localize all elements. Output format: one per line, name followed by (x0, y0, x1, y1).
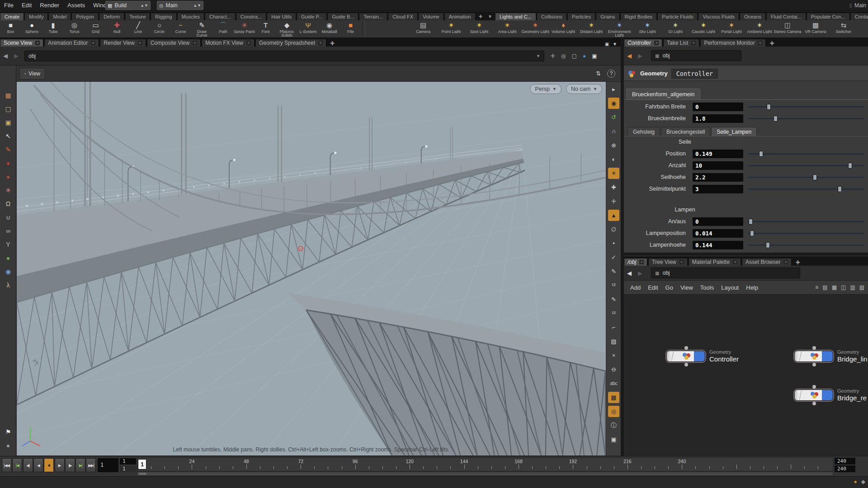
shelf-tool-ambient-light[interactable]: ✶Ambient Light (745, 20, 774, 38)
visibility-icon[interactable]: ◉ (608, 98, 619, 109)
shelf-tool-sky-light[interactable]: ✶Sky Light (633, 20, 661, 38)
shelf-tab-hair-utils[interactable]: Hair Utils (267, 13, 296, 20)
shelf-tool-torus[interactable]: ◎Torus (64, 20, 85, 38)
panel-icon[interactable]: ▣ (592, 53, 597, 59)
shelf-tool-volume-light[interactable]: ♦Volume Light (549, 20, 577, 38)
headlight-icon[interactable]: ☀ (608, 168, 619, 179)
menu-assets[interactable]: Assets (63, 0, 89, 11)
shelf-tool-geometry-light[interactable]: ✶Geometry Light (521, 20, 549, 38)
scene-path-field[interactable]: obj ▼ (24, 51, 544, 61)
chevron-down-icon[interactable]: ▼ (536, 54, 540, 58)
close-icon[interactable]: × (193, 41, 197, 45)
shelf-tab-grains[interactable]: Grains (596, 13, 619, 20)
jump-start-button[interactable]: |◀◀ (2, 458, 12, 472)
detail-icon[interactable]: ▧ (859, 284, 864, 291)
network-menu-edit[interactable]: Edit (644, 284, 661, 291)
chevron-down-icon[interactable]: ▼ (613, 42, 617, 47)
node-name-field[interactable]: Controller (671, 69, 718, 79)
pane-tab-tree-view[interactable]: Tree View× (648, 258, 687, 266)
back-arrow-icon[interactable]: ◀ (624, 270, 635, 277)
flag-icon[interactable]: ⚑ (3, 427, 13, 437)
shelf-tab-particles[interactable]: Particles (567, 13, 595, 20)
sphere-blue-icon[interactable]: ● (583, 53, 586, 59)
timeline-ruler[interactable]: 1 24487296120144168192216240 (137, 457, 833, 471)
ocean-tool-icon[interactable]: ◉ (3, 267, 13, 277)
profile-icon[interactable]: ⌐ (608, 322, 619, 333)
select-tool-icon[interactable]: ▦ (3, 90, 13, 100)
snapshot-icon[interactable]: ▩ (608, 392, 619, 403)
lock-icon[interactable]: ∩ (608, 126, 619, 137)
lightbulb-off-icon[interactable]: ⊗ (608, 140, 619, 151)
shelf-tab-guide-b[interactable]: Guide B... (327, 13, 359, 20)
shelf-tool-l-system[interactable]: ΨL-System (297, 20, 319, 38)
menu-render[interactable]: Render (36, 0, 63, 11)
range-end-top-field[interactable]: 240 (835, 458, 855, 465)
shelf-tool-area-light[interactable]: ✶Area Light (493, 20, 521, 38)
close-icon[interactable]: × (246, 41, 251, 45)
shelf-tab-charact[interactable]: Charact... (205, 13, 236, 20)
target-icon[interactable]: ◎ (561, 53, 566, 59)
pane-tab-performance-monitor[interactable]: Performance Monitor× (700, 39, 766, 47)
pane-tab-asset-browser[interactable]: Asset Browser× (742, 258, 792, 266)
param-slider[interactable] (748, 173, 864, 182)
shelf-tool-metaball[interactable]: ◉Metaball (319, 20, 340, 38)
shelf-tool-environment-light[interactable]: ✶Environment Light (605, 20, 633, 38)
brush-icon[interactable]: ✎ (608, 294, 619, 305)
param-slider[interactable] (748, 217, 864, 226)
param-slider[interactable] (748, 103, 864, 111)
timeline-scrollbar[interactable]: ··· (137, 472, 833, 476)
frame-aux-top-field[interactable]: 1 (120, 458, 136, 465)
desktop-spinner-icon[interactable]: ▲▼ (137, 3, 148, 8)
menu-file[interactable]: File (0, 0, 18, 11)
pin-icon[interactable]: ✛ (551, 53, 555, 59)
shelf-tab-texture[interactable]: Texture (125, 13, 150, 20)
close-icon[interactable]: × (654, 41, 659, 45)
shelf-tool-stereo-camera[interactable]: ◫Stereo Camera (774, 20, 802, 38)
persp-button[interactable]: Persp ▼ (530, 84, 561, 94)
pane-tab-render-view[interactable]: Render View× (100, 39, 146, 47)
param-value-field[interactable]: 0 (693, 103, 743, 111)
close-icon[interactable]: × (318, 41, 323, 45)
parameter-path-field[interactable]: ▦ obj (651, 50, 741, 61)
update-mode-icon[interactable]: ● (854, 479, 857, 485)
axis-icon[interactable]: ✛ (608, 196, 619, 207)
network-path-field[interactable]: ▦ obj (651, 267, 800, 278)
slider-handle[interactable] (750, 230, 754, 236)
shelf-tool-gi-light[interactable]: ✶GI Light (661, 20, 689, 38)
shelf-tool-curve[interactable]: ~Curve (170, 20, 191, 38)
node-input-connector[interactable] (684, 346, 688, 350)
sphere-icon[interactable]: ● (3, 441, 13, 450)
param-value-field[interactable]: 0.014 (693, 229, 743, 238)
dynamics-tool-icon[interactable]: ● (3, 253, 13, 263)
sculpt-tool-icon[interactable]: ● (3, 158, 13, 168)
shelf-tool-box[interactable]: ■Box (0, 20, 21, 38)
node-controller[interactable]: GeometryController (666, 351, 705, 362)
param-value-field[interactable]: 10 (693, 161, 743, 170)
shelf-tab-rigging[interactable]: Rigging (151, 13, 176, 20)
network-menu-layout[interactable]: Layout (717, 284, 742, 291)
pane-tab-geometry-spreadsheet[interactable]: Geometry Spreadsheet× (255, 39, 326, 47)
node-input-connector[interactable] (812, 346, 816, 350)
grid-view-icon[interactable]: ▦ (832, 284, 837, 291)
group-select-icon[interactable]: ▧ (608, 336, 619, 347)
recycle-icon[interactable]: ↺ (608, 112, 619, 123)
node-output-connector[interactable] (684, 363, 688, 366)
back-arrow-icon[interactable]: ◀ (624, 52, 635, 59)
close-icon[interactable]: × (91, 41, 95, 45)
shelf-tab-fluid-contai[interactable]: Fluid Contai... (766, 13, 806, 20)
flyout-icon[interactable]: ▸ (608, 84, 619, 95)
forward-arrow-icon[interactable]: ▶ (11, 52, 22, 59)
shelf-menu-icon[interactable]: ▼ (485, 13, 495, 20)
tree-list-icon[interactable]: ≡ (815, 284, 818, 291)
param-slider[interactable] (748, 229, 864, 238)
pane-divider[interactable] (624, 253, 868, 256)
shelf-tool-point-light[interactable]: ✶Point Light (437, 20, 465, 38)
shelf-tab-rigid-bodies[interactable]: Rigid Bodies (620, 13, 657, 20)
scene-select[interactable]: ◎ Main ▲▼ (157, 1, 203, 10)
slider-handle[interactable] (813, 174, 817, 180)
play-reverse-button[interactable]: ◀ (33, 458, 43, 472)
back-arrow-icon[interactable]: ◀ (0, 52, 11, 59)
network-menu-add[interactable]: Add (627, 284, 644, 291)
shelf-tab-populate-con[interactable]: Populate Con... (807, 13, 850, 20)
shelf-tab-guide-p[interactable]: Guide P... (297, 13, 327, 20)
